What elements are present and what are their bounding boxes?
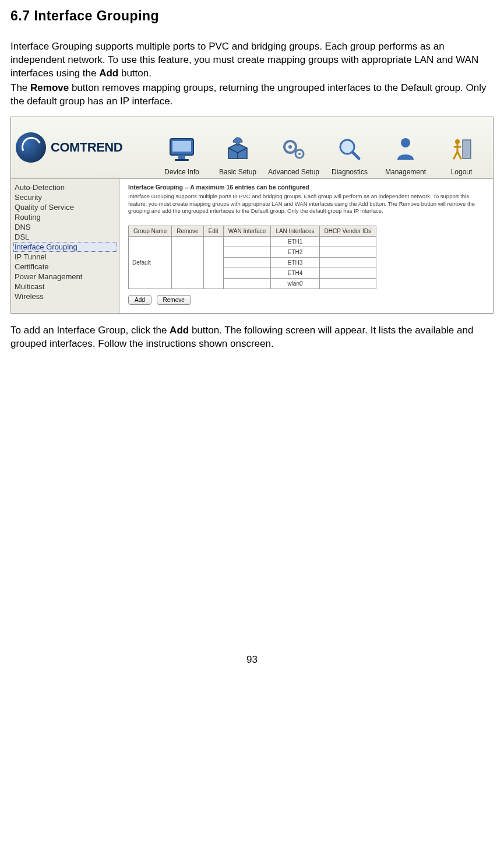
page-number: 93 (10, 654, 494, 666)
topnav-advanced-setup[interactable]: Advanced Setup (267, 133, 320, 176)
sidebar-item-wireless[interactable]: Wireless (13, 291, 117, 301)
panel-title: Interface Grouping -- A maximum 16 entri… (128, 184, 486, 191)
logo-text: COMTREND (51, 140, 122, 155)
sidebar-item-qos[interactable]: Quality of Service (13, 202, 117, 212)
top-bar: COMTREND Device Info Basic Setup Advance… (11, 117, 493, 179)
sidebar-item-dsl[interactable]: DSL (13, 232, 117, 242)
box-icon (221, 133, 254, 166)
col-edit: Edit (203, 226, 223, 237)
cell-remove (172, 237, 203, 289)
cell-dhcp (319, 237, 376, 247)
cell-lan: ETH4 (271, 268, 319, 279)
sidebar-item-auto-detection[interactable]: Auto-Detection (13, 182, 117, 192)
topnav-label: Device Info (164, 168, 199, 176)
section-number: 6.7 (10, 8, 30, 23)
cell-wan (223, 237, 271, 247)
closing-paragraph: To add an Interface Group, click the Add… (10, 324, 494, 351)
col-group-name: Group Name (129, 226, 172, 237)
col-lan-interfaces: LAN Interfaces (271, 226, 319, 237)
svg-line-9 (353, 152, 359, 159)
svg-point-10 (401, 138, 410, 147)
table-header-row: Group Name Remove Edit WAN Interface LAN… (129, 226, 376, 237)
person-icon (389, 133, 422, 166)
interface-grouping-table: Group Name Remove Edit WAN Interface LAN… (128, 226, 376, 289)
sidebar-item-certificate[interactable]: Certificate (13, 262, 117, 272)
sidebar-item-power-management[interactable]: Power Management (13, 272, 117, 282)
sidebar-item-interface-grouping[interactable]: Interface Grouping (13, 242, 117, 252)
topnav-label: Basic Setup (219, 168, 256, 176)
monitor-icon (165, 133, 198, 166)
cell-group-name: Default (129, 237, 172, 289)
exit-icon (445, 133, 478, 166)
svg-point-5 (288, 145, 292, 149)
panel-description: Interface Grouping supports multiple por… (128, 193, 486, 215)
cell-lan: ETH1 (271, 237, 319, 247)
router-ui-screenshot: COMTREND Device Info Basic Setup Advance… (10, 117, 494, 314)
cell-edit (203, 237, 223, 289)
topnav-logout[interactable]: Logout (435, 133, 488, 176)
topnav-label: Advanced Setup (268, 168, 319, 176)
magnifier-icon (333, 133, 366, 166)
svg-rect-1 (172, 141, 191, 152)
cell-lan: ETH3 (271, 258, 319, 268)
section-title-text: Interface Grouping (34, 8, 159, 23)
sidebar-item-security[interactable]: Security (13, 192, 117, 202)
sidebar-nav: Auto-Detection Security Quality of Servi… (11, 179, 120, 313)
svg-rect-3 (175, 159, 189, 161)
remove-button[interactable]: Remove (157, 295, 191, 305)
svg-rect-11 (463, 140, 471, 159)
sidebar-item-dns[interactable]: DNS (13, 222, 117, 232)
cell-lan: ETH2 (271, 247, 319, 258)
topnav-device-info[interactable]: Device Info (155, 133, 209, 176)
gears-icon (277, 133, 310, 166)
topnav-management[interactable]: Management (379, 133, 432, 176)
col-dhcp-vendor-ids: DHCP Vendor IDs (319, 226, 376, 237)
logo-area: COMTREND (11, 117, 150, 178)
topnav-label: Management (385, 168, 426, 176)
add-button[interactable]: Add (128, 295, 151, 305)
svg-rect-2 (178, 156, 185, 159)
intro-paragraph-2: The Remove button removes mapping groups… (10, 82, 494, 108)
topnav-basic-setup[interactable]: Basic Setup (211, 133, 265, 176)
intro-paragraph-1: Interface Grouping supports multiple por… (10, 40, 494, 80)
sidebar-item-multicast[interactable]: Multicast (13, 282, 117, 291)
cell-lan: wlan0 (271, 279, 319, 289)
table-row: Default ETH1 (129, 237, 376, 247)
sidebar-item-ip-tunnel[interactable]: IP Tunnel (13, 252, 117, 262)
section-heading: 6.7 Interface Grouping (10, 8, 494, 24)
top-nav: Device Info Basic Setup Advanced Setup D… (155, 133, 488, 178)
topnav-label: Diagnostics (332, 168, 368, 176)
main-panel: Interface Grouping -- A maximum 16 entri… (120, 179, 493, 313)
topnav-label: Logout (451, 168, 473, 176)
sidebar-item-routing[interactable]: Routing (13, 212, 117, 222)
col-remove: Remove (172, 226, 203, 237)
topnav-diagnostics[interactable]: Diagnostics (323, 133, 376, 176)
col-wan-interface: WAN Interface (223, 226, 271, 237)
svg-point-7 (298, 153, 301, 155)
logo-swirl-icon (16, 132, 46, 163)
